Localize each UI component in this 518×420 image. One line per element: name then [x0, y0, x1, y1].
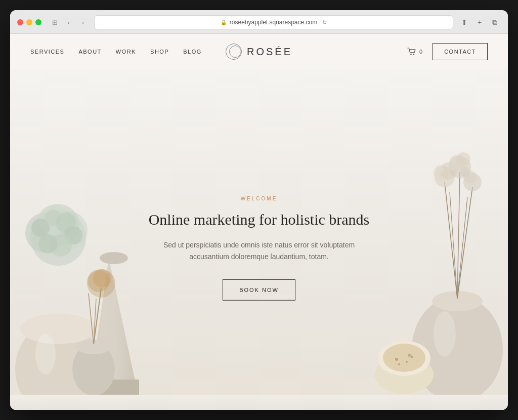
cart-count: 0	[419, 49, 422, 55]
right-decoration	[366, 132, 508, 410]
svg-point-0	[410, 54, 411, 55]
contact-button[interactable]: CONTACT	[433, 43, 488, 60]
book-now-button[interactable]: BOOK NOW	[223, 279, 295, 301]
svg-point-1	[413, 54, 414, 55]
svg-point-53	[448, 161, 457, 171]
forward-button[interactable]: ›	[77, 17, 89, 27]
grid-view-button[interactable]: ⊞	[49, 17, 61, 27]
back-button[interactable]: ‹	[63, 17, 75, 27]
nav-left-links: SERVICES ABOUT WORK SHOP BLOG	[30, 49, 202, 55]
close-button[interactable]	[17, 19, 23, 25]
logo-text: ROSÉE	[247, 46, 292, 58]
traffic-lights	[17, 19, 41, 25]
logo-icon	[226, 44, 242, 60]
svg-point-27	[38, 234, 58, 254]
svg-point-30	[434, 311, 456, 357]
refresh-icon[interactable]: ↻	[322, 19, 327, 26]
svg-point-3	[20, 314, 96, 344]
svg-point-36	[411, 356, 413, 358]
browser-actions: ⬆ + ⧉	[458, 17, 501, 28]
welcome-label: WELCOME	[143, 195, 375, 201]
svg-point-35	[406, 361, 408, 363]
minimize-button[interactable]	[26, 19, 32, 25]
hero-subtitle: Sed ut perspiciatis unde omnis iste natu…	[143, 239, 375, 263]
nav-right-actions: 0 CONTACT	[407, 43, 488, 60]
hero-title: Online marketing for holistic brands	[143, 209, 375, 229]
website-content: SERVICES ABOUT WORK SHOP BLOG ROSÉE 0	[10, 34, 508, 410]
navigation: SERVICES ABOUT WORK SHOP BLOG ROSÉE 0	[10, 34, 508, 69]
lock-icon: 🔒	[221, 20, 227, 25]
share-button[interactable]: ⬆	[458, 17, 470, 28]
site-logo[interactable]: ROSÉE	[226, 44, 292, 60]
fullscreen-button[interactable]	[35, 19, 41, 25]
svg-line-42	[450, 192, 457, 299]
nav-link-about[interactable]: ABOUT	[78, 49, 101, 55]
shelf-surface	[10, 395, 508, 410]
address-bar[interactable]: 🔒 roseebyapplet.squarespace.com ↻	[94, 15, 453, 29]
svg-point-54	[460, 167, 470, 177]
browser-controls: ⊞ ‹ ›	[49, 17, 89, 27]
svg-point-33	[383, 344, 425, 372]
nav-link-work[interactable]: WORK	[116, 49, 136, 55]
hero-section: WELCOME Online marketing for holistic br…	[10, 69, 508, 410]
url-text: roseebyapplet.squarespace.com	[230, 19, 317, 26]
new-tab-button[interactable]: +	[473, 17, 486, 28]
nav-link-shop[interactable]: SHOP	[150, 49, 169, 55]
nav-link-blog[interactable]: BLOG	[183, 49, 202, 55]
tabs-overview-button[interactable]: ⧉	[489, 17, 501, 28]
svg-point-37	[398, 363, 400, 365]
svg-point-8	[100, 252, 128, 264]
svg-point-4	[35, 334, 56, 374]
nav-link-services[interactable]: SERVICES	[30, 49, 64, 55]
svg-point-34	[395, 358, 398, 361]
svg-point-16	[93, 269, 111, 287]
svg-point-49	[456, 152, 470, 166]
svg-point-38	[408, 354, 411, 357]
cart-icon	[407, 48, 416, 56]
svg-line-41	[457, 187, 472, 299]
right-vases-svg	[366, 132, 508, 410]
svg-line-39	[445, 182, 457, 299]
browser-window: ⊞ ‹ › 🔒 roseebyapplet.squarespace.com ↻ …	[10, 10, 508, 410]
hero-content: WELCOME Online marketing for holistic br…	[143, 195, 375, 301]
browser-chrome: ⊞ ‹ › 🔒 roseebyapplet.squarespace.com ↻ …	[10, 10, 508, 34]
svg-point-52	[436, 165, 444, 174]
cart-button[interactable]: 0	[407, 48, 422, 56]
